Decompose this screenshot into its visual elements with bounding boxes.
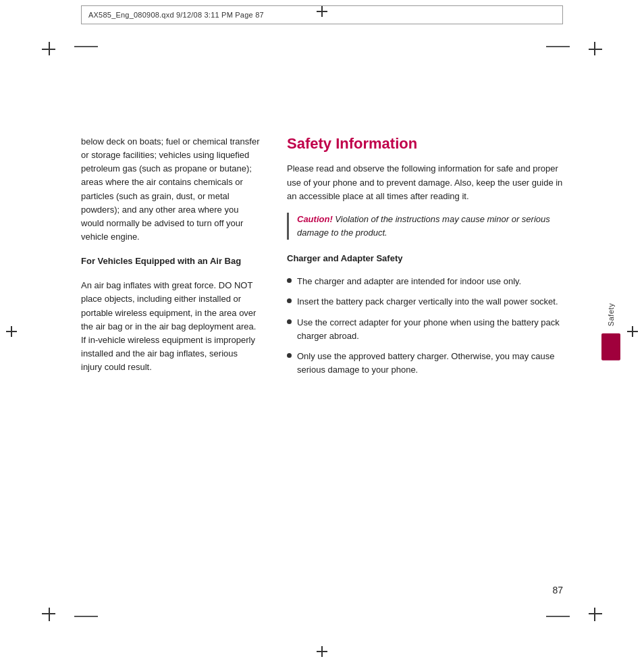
reg-mark-bottomleft bbox=[42, 601, 62, 621]
charger-heading: Charger and Adapter Safety bbox=[287, 252, 563, 265]
bullet-dot-icon bbox=[287, 353, 292, 358]
bullet-dot-icon bbox=[287, 278, 292, 283]
right-column: Safety Information Please read and obser… bbox=[280, 61, 563, 602]
reg-mark-left-center bbox=[3, 323, 20, 340]
hrule-topleft bbox=[74, 46, 98, 47]
left-column: below deck on boats; fuel or chemical tr… bbox=[81, 61, 280, 602]
list-item-text: The charger and adapter are intended for… bbox=[297, 275, 521, 288]
list-item-text: Use the correct adapter for your phone w… bbox=[297, 316, 563, 343]
list-item: Insert the battery pack charger vertical… bbox=[287, 295, 563, 309]
safety-intro-paragraph: Please read and observe the following in… bbox=[287, 162, 563, 203]
list-item: Only use the approved battery charger. O… bbox=[287, 350, 563, 377]
caution-text: Caution! Violation of the instructions m… bbox=[297, 213, 563, 240]
reg-mark-top-center bbox=[314, 3, 330, 20]
left-intro-paragraph: below deck on boats; fuel or chemical tr… bbox=[81, 135, 260, 244]
list-item: Use the correct adapter for your phone w… bbox=[287, 316, 563, 343]
list-item-text: Insert the battery pack charger vertical… bbox=[297, 295, 558, 309]
caution-body: Violation of the instructions may cause … bbox=[297, 214, 550, 238]
reg-mark-right-center bbox=[624, 323, 641, 340]
vehicles-section-heading: For Vehicles Equipped with an Air Bag bbox=[81, 255, 260, 268]
sidebar-tab-text: Safety bbox=[607, 303, 615, 327]
reg-mark-bottom-center bbox=[314, 643, 330, 660]
list-item-text: Only use the approved battery charger. O… bbox=[297, 350, 563, 377]
content-area: below deck on boats; fuel or chemical tr… bbox=[81, 61, 563, 602]
caution-label: Caution! bbox=[297, 214, 333, 224]
caution-block: Caution! Violation of the instructions m… bbox=[287, 213, 563, 240]
list-item: The charger and adapter are intended for… bbox=[287, 275, 563, 288]
reg-mark-bottomright bbox=[582, 601, 602, 621]
safety-title: Safety Information bbox=[287, 135, 563, 153]
sidebar-tab: Safety bbox=[601, 303, 620, 361]
bullet-dot-icon bbox=[287, 298, 292, 303]
sidebar-tab-bar bbox=[601, 333, 620, 360]
charger-bullet-list: The charger and adapter are intended for… bbox=[287, 275, 563, 377]
airbag-paragraph: An air bag inflates with great force. DO… bbox=[81, 279, 260, 374]
page-number: 87 bbox=[552, 585, 563, 595]
reg-mark-topleft bbox=[42, 42, 62, 62]
hrule-bottomright bbox=[546, 616, 570, 617]
hrule-topright bbox=[546, 46, 570, 47]
bullet-dot-icon bbox=[287, 319, 292, 324]
hrule-bottomleft bbox=[74, 616, 98, 617]
reg-mark-topright bbox=[582, 42, 602, 62]
